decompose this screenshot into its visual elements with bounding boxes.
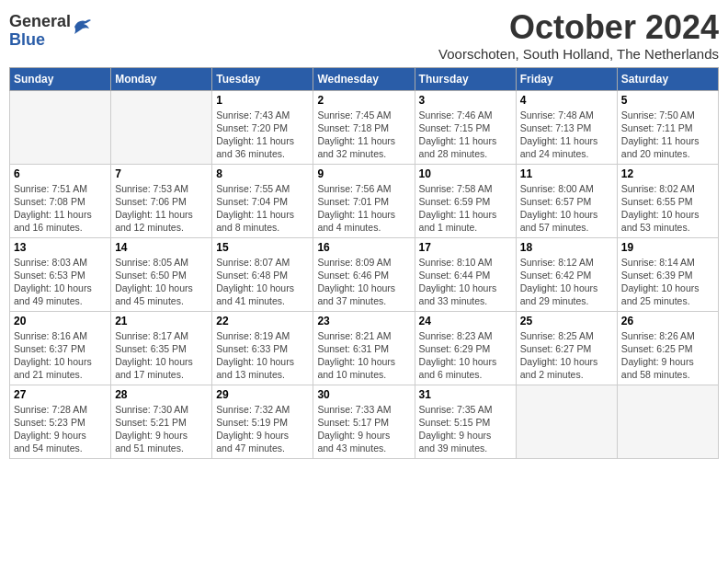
day-detail: Sunrise: 7:28 AM Sunset: 5:23 PM Dayligh…: [14, 403, 107, 455]
day-detail: Sunrise: 8:21 AM Sunset: 6:31 PM Dayligh…: [317, 329, 410, 382]
calendar-cell: 21Sunrise: 8:17 AM Sunset: 6:35 PM Dayli…: [111, 311, 212, 385]
calendar-cell: 9Sunrise: 7:56 AM Sunset: 7:01 PM Daylig…: [313, 164, 415, 237]
calendar-cell: 15Sunrise: 8:07 AM Sunset: 6:48 PM Dayli…: [212, 237, 313, 311]
day-detail: Sunrise: 7:32 AM Sunset: 5:19 PM Dayligh…: [216, 403, 309, 455]
day-detail: Sunrise: 7:45 AM Sunset: 7:18 PM Dayligh…: [317, 109, 410, 161]
week-row-1: 1Sunrise: 7:43 AM Sunset: 7:20 PM Daylig…: [10, 90, 719, 164]
day-number: 4: [520, 94, 613, 107]
calendar-cell: 17Sunrise: 8:10 AM Sunset: 6:44 PM Dayli…: [415, 237, 516, 311]
calendar-cell: [617, 385, 718, 458]
day-number: 14: [115, 241, 208, 254]
day-detail: Sunrise: 8:26 AM Sunset: 6:25 PM Dayligh…: [621, 329, 714, 382]
calendar-cell: 22Sunrise: 8:19 AM Sunset: 6:33 PM Dayli…: [212, 311, 313, 385]
calendar-cell: 12Sunrise: 8:02 AM Sunset: 6:55 PM Dayli…: [617, 164, 718, 237]
day-detail: Sunrise: 8:05 AM Sunset: 6:50 PM Dayligh…: [115, 256, 208, 308]
title-block: October 2024 Voorschoten, South Holland,…: [438, 9, 719, 62]
day-number: 22: [216, 315, 309, 327]
calendar-cell: 5Sunrise: 7:50 AM Sunset: 7:11 PM Daylig…: [617, 90, 718, 164]
weekday-header-thursday: Thursday: [415, 67, 516, 90]
day-detail: Sunrise: 7:50 AM Sunset: 7:11 PM Dayligh…: [621, 109, 714, 161]
day-number: 25: [520, 315, 613, 327]
day-detail: Sunrise: 8:10 AM Sunset: 6:44 PM Dayligh…: [419, 256, 512, 308]
calendar-cell: [10, 90, 111, 164]
day-number: 24: [419, 315, 512, 327]
week-row-4: 20Sunrise: 8:16 AM Sunset: 6:37 PM Dayli…: [10, 311, 719, 385]
week-row-5: 27Sunrise: 7:28 AM Sunset: 5:23 PM Dayli…: [10, 385, 719, 458]
weekday-header-sunday: Sunday: [10, 67, 111, 90]
calendar-cell: 2Sunrise: 7:45 AM Sunset: 7:18 PM Daylig…: [313, 90, 415, 164]
day-number: 6: [14, 167, 107, 180]
day-number: 30: [317, 388, 410, 401]
day-detail: Sunrise: 8:14 AM Sunset: 6:39 PM Dayligh…: [621, 256, 714, 308]
day-detail: Sunrise: 8:00 AM Sunset: 6:57 PM Dayligh…: [520, 182, 613, 235]
day-number: 15: [216, 241, 309, 254]
calendar-cell: 29Sunrise: 7:32 AM Sunset: 5:19 PM Dayli…: [212, 385, 313, 458]
day-detail: Sunrise: 8:19 AM Sunset: 6:33 PM Dayligh…: [216, 329, 309, 382]
calendar-cell: 23Sunrise: 8:21 AM Sunset: 6:31 PM Dayli…: [313, 311, 415, 385]
logo-blue: Blue: [9, 30, 45, 49]
calendar-cell: 11Sunrise: 8:00 AM Sunset: 6:57 PM Dayli…: [516, 164, 617, 237]
day-detail: Sunrise: 8:03 AM Sunset: 6:53 PM Dayligh…: [14, 256, 107, 308]
weekday-header-monday: Monday: [111, 67, 212, 90]
calendar-table: SundayMondayTuesdayWednesdayThursdayFrid…: [9, 67, 719, 459]
day-number: 23: [317, 315, 410, 327]
calendar-cell: 30Sunrise: 7:33 AM Sunset: 5:17 PM Dayli…: [313, 385, 415, 458]
day-detail: Sunrise: 7:43 AM Sunset: 7:20 PM Dayligh…: [216, 109, 309, 161]
calendar-cell: 16Sunrise: 8:09 AM Sunset: 6:46 PM Dayli…: [313, 237, 415, 311]
calendar-cell: 14Sunrise: 8:05 AM Sunset: 6:50 PM Dayli…: [111, 237, 212, 311]
location-title: Voorschoten, South Holland, The Netherla…: [438, 46, 719, 62]
day-detail: Sunrise: 8:25 AM Sunset: 6:27 PM Dayligh…: [520, 329, 613, 382]
day-detail: Sunrise: 8:16 AM Sunset: 6:37 PM Dayligh…: [14, 329, 107, 382]
calendar-cell: 6Sunrise: 7:51 AM Sunset: 7:08 PM Daylig…: [10, 164, 111, 237]
day-detail: Sunrise: 8:23 AM Sunset: 6:29 PM Dayligh…: [419, 329, 512, 382]
day-detail: Sunrise: 8:07 AM Sunset: 6:48 PM Dayligh…: [216, 256, 309, 308]
calendar-cell: 26Sunrise: 8:26 AM Sunset: 6:25 PM Dayli…: [617, 311, 718, 385]
day-number: 13: [14, 241, 107, 254]
day-detail: Sunrise: 8:17 AM Sunset: 6:35 PM Dayligh…: [115, 329, 208, 382]
day-number: 28: [115, 388, 208, 401]
logo: General Blue: [9, 13, 93, 50]
day-number: 26: [621, 315, 714, 327]
day-number: 21: [115, 315, 208, 327]
weekday-header-friday: Friday: [516, 67, 617, 90]
day-number: 12: [621, 167, 714, 180]
calendar-cell: 27Sunrise: 7:28 AM Sunset: 5:23 PM Dayli…: [10, 385, 111, 458]
day-detail: Sunrise: 7:56 AM Sunset: 7:01 PM Dayligh…: [317, 182, 410, 235]
weekday-header-saturday: Saturday: [617, 67, 718, 90]
page-header: General Blue October 2024 Voorschoten, S…: [9, 9, 719, 62]
day-number: 19: [621, 241, 714, 254]
day-number: 27: [14, 388, 107, 401]
day-detail: Sunrise: 7:30 AM Sunset: 5:21 PM Dayligh…: [115, 403, 208, 455]
month-title: October 2024: [438, 9, 719, 46]
logo-general: General: [9, 12, 71, 30]
day-number: 31: [419, 388, 512, 401]
calendar-cell: 1Sunrise: 7:43 AM Sunset: 7:20 PM Daylig…: [212, 90, 313, 164]
calendar-cell: 3Sunrise: 7:46 AM Sunset: 7:15 PM Daylig…: [415, 90, 516, 164]
calendar-cell: 24Sunrise: 8:23 AM Sunset: 6:29 PM Dayli…: [415, 311, 516, 385]
calendar-cell: 19Sunrise: 8:14 AM Sunset: 6:39 PM Dayli…: [617, 237, 718, 311]
calendar-cell: 31Sunrise: 7:35 AM Sunset: 5:15 PM Dayli…: [415, 385, 516, 458]
day-number: 1: [216, 94, 309, 107]
calendar-cell: 10Sunrise: 7:58 AM Sunset: 6:59 PM Dayli…: [415, 164, 516, 237]
day-number: 29: [216, 388, 309, 401]
day-number: 16: [317, 241, 410, 254]
calendar-cell: 25Sunrise: 8:25 AM Sunset: 6:27 PM Dayli…: [516, 311, 617, 385]
day-number: 10: [419, 167, 512, 180]
logo-bird-icon: [73, 17, 93, 36]
weekday-header-row: SundayMondayTuesdayWednesdayThursdayFrid…: [10, 67, 719, 90]
day-detail: Sunrise: 7:58 AM Sunset: 6:59 PM Dayligh…: [419, 182, 512, 235]
calendar-cell: [516, 385, 617, 458]
day-detail: Sunrise: 7:35 AM Sunset: 5:15 PM Dayligh…: [419, 403, 512, 455]
week-row-3: 13Sunrise: 8:03 AM Sunset: 6:53 PM Dayli…: [10, 237, 719, 311]
weekday-header-tuesday: Tuesday: [212, 67, 313, 90]
day-detail: Sunrise: 8:12 AM Sunset: 6:42 PM Dayligh…: [520, 256, 613, 308]
day-detail: Sunrise: 7:55 AM Sunset: 7:04 PM Dayligh…: [216, 182, 309, 235]
day-number: 11: [520, 167, 613, 180]
calendar-cell: 28Sunrise: 7:30 AM Sunset: 5:21 PM Dayli…: [111, 385, 212, 458]
day-detail: Sunrise: 8:02 AM Sunset: 6:55 PM Dayligh…: [621, 182, 714, 235]
day-detail: Sunrise: 8:09 AM Sunset: 6:46 PM Dayligh…: [317, 256, 410, 308]
day-detail: Sunrise: 7:48 AM Sunset: 7:13 PM Dayligh…: [520, 109, 613, 161]
day-detail: Sunrise: 7:46 AM Sunset: 7:15 PM Dayligh…: [419, 109, 512, 161]
day-number: 5: [621, 94, 714, 107]
day-detail: Sunrise: 7:51 AM Sunset: 7:08 PM Dayligh…: [14, 182, 107, 235]
